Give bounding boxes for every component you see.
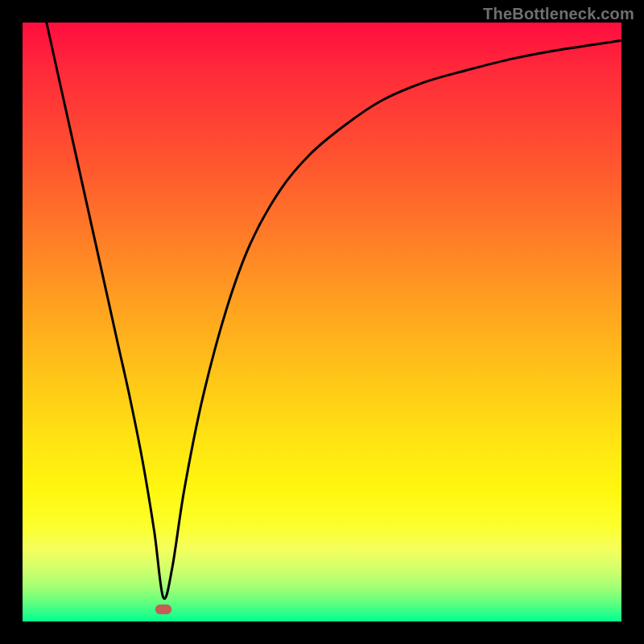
curve-line (47, 23, 621, 599)
chart-frame: TheBottleneck.com (0, 0, 644, 644)
curve-svg (23, 23, 621, 621)
minimum-marker (155, 605, 171, 614)
watermark-text: TheBottleneck.com (483, 5, 634, 23)
plot-area (23, 23, 621, 621)
